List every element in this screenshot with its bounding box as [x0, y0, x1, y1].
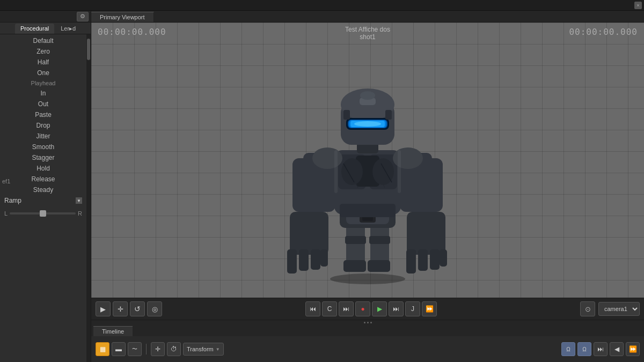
menu-item-smooth[interactable]: Smooth — [0, 142, 86, 152]
add-key-button[interactable]: ✛ — [151, 342, 165, 356]
rotate-tool-button[interactable]: ↺ — [130, 301, 145, 316]
close-button[interactable]: × — [634, 2, 642, 9]
ramp-label: Ramp — [4, 197, 21, 204]
fast-forward-button[interactable]: ⏩ — [422, 301, 437, 316]
c-icon: C — [327, 305, 332, 313]
menu-item-drop[interactable]: Drop — [0, 120, 86, 131]
next-icon: ⏩ — [629, 345, 637, 353]
menu-item-release[interactable]: Release — [0, 174, 86, 184]
slider-thumb[interactable] — [40, 210, 46, 217]
gear-icon: ⚙ — [80, 13, 85, 20]
viewport-tab[interactable]: Primary Viewport — [91, 12, 154, 22]
menu-item-zero[interactable]: Zero — [0, 46, 86, 57]
svg-rect-33 — [440, 249, 447, 267]
tab-procedural[interactable]: Procedural — [15, 24, 54, 34]
left-scroll-thumb[interactable] — [87, 39, 90, 60]
camera-area: ⊙ camera1 camera2 camera3 — [580, 301, 640, 316]
rewind-button[interactable]: ⏮ — [305, 301, 320, 316]
select-icon: ▶ — [100, 305, 106, 313]
slider-left-label: L — [4, 210, 8, 217]
left-panel-top: ⚙ — [0, 11, 91, 23]
headphones-button[interactable]: Ω — [561, 342, 575, 356]
dropdown-arrow-icon: ▼ — [216, 347, 220, 352]
end-button[interactable]: ⏭ — [594, 342, 608, 356]
menu-item-half[interactable]: Half — [0, 57, 86, 68]
transform-dropdown-label: Transform — [187, 346, 214, 352]
svg-rect-17 — [340, 204, 396, 217]
left-panel: ⚙ ef1 Procedural Ler▸d Default Zero Half… — [0, 11, 91, 362]
keys-icon: ▦ — [100, 345, 106, 353]
menu-item-jitter[interactable]: Jitter — [0, 131, 86, 142]
playback-controls: ⏮ C ⏭ ● ▶ ⏭ J — [164, 301, 578, 316]
lr-slider[interactable] — [10, 212, 76, 215]
menu-item-paste[interactable]: Paste — [0, 109, 86, 120]
record-button[interactable]: ● — [355, 301, 370, 316]
gear-button[interactable]: ⚙ — [77, 12, 89, 21]
curves-button[interactable]: ▬ — [112, 342, 126, 356]
play-button[interactable]: ▶ — [372, 301, 387, 316]
menu-item-in[interactable]: In — [0, 88, 86, 99]
svg-rect-42 — [343, 110, 350, 120]
j-icon: J — [411, 305, 414, 313]
svg-rect-32 — [430, 249, 440, 270]
tab-lerd[interactable]: Ler▸d — [55, 24, 81, 34]
left-panel-tabs: ef1 Procedural Ler▸d — [0, 23, 91, 34]
svg-rect-3 — [345, 236, 366, 244]
viewport-controls: ▶ ✛ ↺ ◎ ⏮ C ⏭ — [91, 298, 644, 320]
prev-button[interactable]: ◀ — [610, 342, 624, 356]
audio-button[interactable]: 〜 — [128, 342, 142, 356]
menu-item-steady[interactable]: Steady — [0, 184, 86, 195]
svg-rect-50 — [334, 150, 338, 193]
transform-icon: ◎ — [152, 305, 158, 313]
next-frame-icon: ⏭ — [393, 305, 399, 313]
svg-rect-22 — [287, 249, 297, 274]
menu-item-hold[interactable]: Hold — [0, 163, 86, 174]
move-tool-button[interactable]: ✛ — [113, 301, 128, 316]
tl-separator1 — [146, 344, 147, 354]
next-button[interactable]: ⏩ — [626, 342, 640, 356]
lr-slider-row: L R — [0, 207, 86, 220]
transform-dropdown[interactable]: Transform ▼ — [183, 343, 224, 356]
svg-rect-31 — [418, 249, 428, 271]
next-frame-button[interactable]: ⏭ — [389, 301, 404, 316]
play-icon: ▶ — [377, 305, 382, 313]
headphones-icon: Ω — [566, 346, 570, 352]
svg-rect-43 — [385, 110, 392, 120]
select-tool-button[interactable]: ▶ — [96, 301, 111, 316]
robot-svg — [276, 59, 459, 284]
keys-button[interactable]: ▦ — [96, 342, 109, 356]
headphones2-button[interactable]: Ω — [577, 342, 591, 356]
record-icon: ● — [361, 305, 364, 313]
timeline-tab[interactable]: Timeline — [93, 326, 133, 336]
c-button[interactable]: C — [322, 301, 337, 316]
svg-rect-23 — [299, 249, 309, 271]
menu-item-out[interactable]: Out — [0, 99, 86, 109]
timeline-controls: ▦ ▬ 〜 ✛ ⏱ Transform ▼ — [91, 336, 644, 362]
camera-select[interactable]: camera1 camera2 camera3 — [598, 302, 640, 316]
timing-button[interactable]: ⏱ — [167, 342, 181, 356]
menu-item-stagger[interactable]: Stagger — [0, 152, 86, 163]
camera-icon: ⊙ — [585, 305, 591, 313]
add-icon: ✛ — [155, 345, 160, 353]
camera-icon-button[interactable]: ⊙ — [580, 301, 595, 316]
prev-frame-button[interactable]: ⏭ — [339, 301, 354, 316]
svg-point-0 — [330, 274, 405, 284]
timeline-tab-bar: Timeline — [91, 324, 644, 336]
svg-rect-51 — [398, 150, 401, 193]
timing-icon: ⏱ — [171, 345, 177, 353]
dot3 — [370, 322, 372, 323]
content-area: Primary Viewport 00:00:00.000 00:00:00.0… — [91, 11, 644, 362]
svg-rect-29 — [407, 212, 445, 255]
menu-item-default[interactable]: Default — [0, 35, 86, 46]
svg-point-15 — [341, 158, 363, 185]
menu-item-ramp[interactable]: Ramp ▼ — [0, 195, 86, 206]
menu-list: Default Zero Half One Playhead In Out Pa… — [0, 34, 86, 207]
left-scrollbar[interactable] — [86, 34, 91, 362]
svg-rect-4 — [369, 236, 390, 244]
transform-tool-button[interactable]: ◎ — [147, 301, 162, 316]
dot1 — [364, 322, 365, 323]
j-button[interactable]: J — [405, 301, 420, 316]
menu-item-one[interactable]: One — [0, 68, 86, 78]
main-layout: ⚙ ef1 Procedural Ler▸d Default Zero Half… — [0, 11, 644, 362]
timecode-left: 00:00:00.000 — [98, 27, 166, 37]
